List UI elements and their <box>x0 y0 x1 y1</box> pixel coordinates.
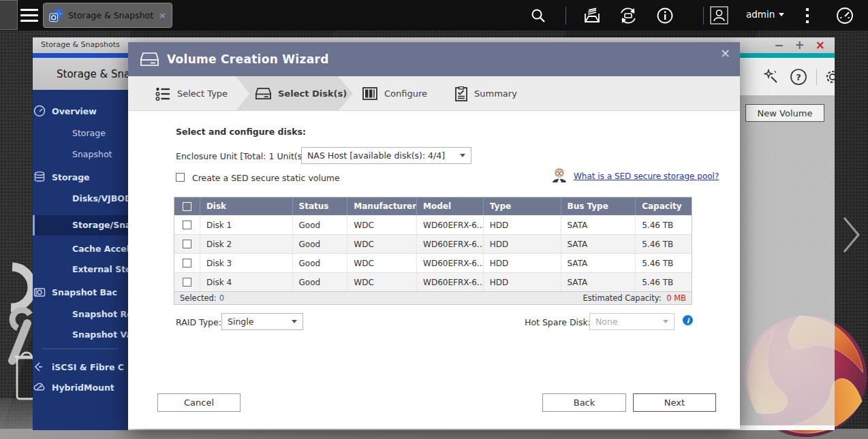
window-accent-blue <box>33 53 128 58</box>
table-cell: Disk 1 <box>200 216 292 234</box>
hot-spare-dropdown[interactable]: None <box>589 313 675 330</box>
help-icon[interactable]: ? <box>790 68 807 86</box>
topbar-divider <box>703 7 704 25</box>
table-cell: SATA <box>561 216 636 234</box>
table-cell: 5.46 TB <box>635 254 692 272</box>
sidebar-item-snapshot-vault[interactable]: Snapshot Vau <box>33 329 128 340</box>
back-button[interactable]: Back <box>542 393 626 412</box>
table-cell: HDD <box>483 216 561 234</box>
chevron-down-icon <box>292 320 297 323</box>
sed-checkbox[interactable] <box>176 173 185 182</box>
chevron-down-icon <box>779 13 784 16</box>
sidebar-section-snapshot-backup[interactable]: Snapshot Bac <box>33 286 128 298</box>
table-cell: HDD <box>483 273 561 291</box>
corner-tile <box>0 0 18 30</box>
table-cell: HDD <box>483 254 561 272</box>
desktop-next-arrow-icon[interactable] <box>841 214 861 255</box>
info-icon[interactable]: i <box>683 315 693 325</box>
col-type[interactable]: Type <box>483 197 561 215</box>
raid-type-label: RAID Type: <box>176 317 221 327</box>
table-cell: Good <box>292 273 347 291</box>
sidebar-item-cache-acceleration[interactable]: Cache Accele <box>33 244 128 254</box>
window-right-panel: ? New Volume <box>740 58 835 430</box>
enclosure-label: Enclosure Unit [Total: 1 Unit(s)]: <box>176 151 311 161</box>
window-controls: − + × <box>774 38 825 52</box>
gear-icon[interactable] <box>823 67 835 86</box>
sidebar-item-hybridmount[interactable]: HybridMount <box>33 381 128 393</box>
minimize-icon[interactable]: − <box>774 38 784 52</box>
sidebar-item-overview[interactable]: Overview <box>33 105 128 117</box>
app-title: Storage & Snapshots <box>57 68 128 80</box>
row-checkbox[interactable] <box>183 259 191 267</box>
tab-close-icon[interactable]: × <box>159 10 166 20</box>
table-cell: Disk 2 <box>200 235 292 253</box>
table-cell: 5.46 TB <box>635 273 692 291</box>
col-capacity[interactable]: Capacity <box>635 197 692 215</box>
camera-icon <box>33 286 46 298</box>
main-menu-icon[interactable] <box>20 9 38 22</box>
table-row[interactable]: Disk 2 Good WDC WD60EFRX-6... HDD SATA 5… <box>174 234 692 253</box>
sidebar-item-storage-overview[interactable]: Storage <box>33 128 128 138</box>
dashboard-gauge-icon[interactable] <box>835 6 854 25</box>
window-toolbar: ? <box>740 58 835 95</box>
sidebar-item-storage-snapshots[interactable]: Storage/Snap <box>33 220 128 230</box>
maximize-icon[interactable]: + <box>795 38 805 52</box>
step-select-type[interactable]: Select Type <box>155 76 228 111</box>
next-button[interactable]: Next <box>633 393 716 412</box>
table-cell: 5.46 TB <box>635 216 692 234</box>
step-select-disks[interactable]: Select Disk(s) <box>255 76 347 111</box>
selected-count: 0 <box>219 293 224 303</box>
step-summary[interactable]: Summary <box>455 76 517 111</box>
more-options-icon[interactable] <box>803 7 812 25</box>
sidebar: Overview Storage Snapshot Storage Disks/… <box>33 90 128 430</box>
sidebar-item-disks-vjbod[interactable]: Disks/VJBOD <box>33 193 128 204</box>
new-volume-button[interactable]: New Volume <box>745 104 824 122</box>
sidebar-section-storage[interactable]: Storage <box>33 171 128 183</box>
table-row[interactable]: Disk 3 Good WDC WD60EFRX-6... HDD SATA 5… <box>174 253 692 272</box>
col-status[interactable]: Status <box>292 197 347 215</box>
table-cell: WDC <box>347 254 416 272</box>
notifications-info-icon[interactable] <box>656 7 674 25</box>
col-manufacturer[interactable]: Manufacturer <box>347 197 416 215</box>
sidebar-item-external-storage[interactable]: External Stora <box>33 264 128 274</box>
wizard-wand-icon[interactable] <box>762 68 779 86</box>
select-all-checkbox[interactable] <box>183 202 191 211</box>
selected-label: Selected: <box>180 293 217 303</box>
topbar-divider <box>565 7 566 25</box>
cancel-button[interactable]: Cancel <box>157 393 241 412</box>
cloud-icon <box>33 381 46 393</box>
search-icon[interactable] <box>530 7 546 24</box>
sidebar-item-iscsi-fibre[interactable]: iSCSI & Fibre C <box>33 361 128 373</box>
row-checkbox[interactable] <box>183 221 191 229</box>
sidebar-item-snapshot-replica[interactable]: Snapshot Rep <box>33 309 128 319</box>
table-cell: SATA <box>561 235 636 253</box>
raid-type-dropdown[interactable]: Single <box>221 313 303 330</box>
table-header-row: Disk Status Manufacturer Model Type Bus … <box>174 197 692 215</box>
tab-storage-snapshots[interactable]: Storage & Snapshots × <box>43 3 172 28</box>
dialog-close-icon[interactable]: × <box>720 46 730 60</box>
col-disk[interactable]: Disk <box>200 197 292 215</box>
user-avatar-icon[interactable] <box>710 6 728 25</box>
window-title: Storage & Snapshots <box>41 40 120 49</box>
col-model[interactable]: Model <box>416 197 483 215</box>
sed-help-link[interactable]: What is a SED secure storage pool? <box>574 172 719 181</box>
storage-snapshots-app-icon <box>49 7 63 24</box>
table-row[interactable]: Disk 1 Good WDC WD60EFRX-6... HDD SATA 5… <box>174 215 692 234</box>
col-bus-type[interactable]: Bus Type <box>561 197 636 215</box>
background-tasks-icon[interactable] <box>583 7 601 25</box>
section-label: Select and configure disks: <box>176 127 306 137</box>
sidebar-item-snapshot-overview[interactable]: Snapshot <box>33 149 128 159</box>
close-icon[interactable]: × <box>816 38 825 52</box>
row-checkbox[interactable] <box>183 240 191 248</box>
external-device-sync-icon[interactable] <box>619 6 638 25</box>
partition-icon <box>362 87 377 100</box>
list-icon <box>155 87 170 101</box>
row-checkbox[interactable] <box>183 278 191 287</box>
database-icon <box>33 171 46 183</box>
table-row[interactable]: Disk 4 Good WDC WD60EFRX-6... HDD SATA 5… <box>174 272 692 291</box>
enclosure-dropdown[interactable]: NAS Host [available disk(s): 4/4] <box>301 147 471 164</box>
step-configure[interactable]: Configure <box>362 76 427 111</box>
user-menu[interactable]: admin <box>746 9 784 20</box>
sidebar-divider <box>42 348 119 349</box>
window-content-dimmed <box>740 95 835 430</box>
